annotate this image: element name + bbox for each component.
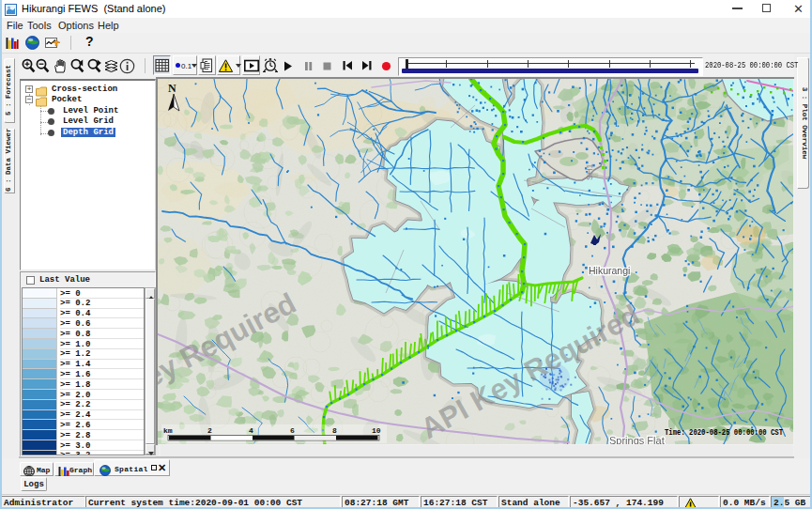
svg-text:Hikurangi: Hikurangi [589, 265, 630, 276]
svg-text:Time: 2020-08-25 00:00:00 CST: Time: 2020-08-25 00:00:00 CST [665, 427, 783, 438]
svg-text:6: 6 [290, 426, 295, 435]
svg-text:4: 4 [249, 426, 253, 435]
svg-text:Springs Flat: Springs Flat [609, 435, 665, 444]
svg-text:N: N [168, 82, 176, 95]
svg-text:10: 10 [372, 426, 381, 435]
svg-text:km: km [163, 426, 173, 435]
svg-text:8: 8 [332, 426, 337, 435]
svg-text:SH1: SH1 [585, 163, 594, 180]
svg-text:2: 2 [207, 426, 212, 435]
